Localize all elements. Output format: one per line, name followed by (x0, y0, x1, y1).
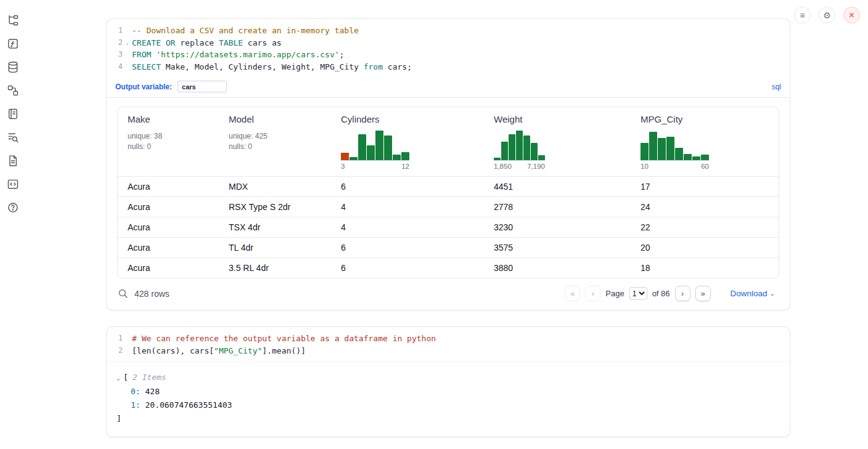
last-page-button[interactable]: » (695, 286, 711, 301)
column-stat: unique: 38 (128, 131, 219, 142)
code-snippet-icon (7, 178, 19, 190)
table-row[interactable]: AcuraTL 4dr6357520 (118, 237, 779, 257)
column-header-weight[interactable]: Weight1,8507,190 (484, 114, 631, 171)
file-tree-icon (7, 14, 19, 26)
fold-chevron-icon[interactable]: ⌄ (123, 37, 132, 49)
histogram-bar (509, 134, 515, 160)
sidebar-documentation-button[interactable] (5, 153, 20, 168)
sql-cell: 1-- Download a CSV and create an in-memo… (106, 18, 790, 310)
table-row[interactable]: AcuraTSX 4dr4323022 (118, 217, 779, 237)
code-line: 3FROM 'https://datasets.marimo.app/cars.… (107, 49, 790, 61)
gear-icon: ⚙ (823, 11, 831, 20)
fold-spacer (123, 345, 132, 357)
topbar-actions: ≡ ⚙ × (794, 7, 860, 23)
open-bracket: [ (123, 373, 128, 382)
chevron-down-icon: ⌄ (770, 290, 775, 297)
shutdown-button[interactable]: × (843, 7, 860, 23)
line-number: 1 (107, 25, 123, 37)
table-cell: Acura (118, 177, 219, 196)
code-token: cars as (243, 38, 282, 47)
column-histogram: 312 (341, 129, 409, 170)
sidebar-datasources-button[interactable] (5, 59, 20, 75)
table-row[interactable]: AcuraMDX6445117 (118, 176, 779, 196)
code-token (161, 38, 166, 47)
histogram-max-label: 60 (701, 163, 709, 170)
code-text: SELECT Make, Model, Cylinders, Weight, M… (132, 61, 412, 73)
histogram-bar (501, 142, 508, 160)
table-footer: 428 rows « ‹ Page 1 of 86 › (107, 278, 790, 310)
table-row[interactable]: Acura3.5 RL 4dr6388018 (118, 257, 779, 278)
code-text: CREATE OR replace TABLE cars as (132, 37, 282, 49)
histogram-bar (649, 132, 657, 160)
table-search-button[interactable] (118, 288, 128, 299)
table-row[interactable]: AcuraRSX Type S 2dr4277824 (118, 196, 779, 217)
code-token: FROM (132, 50, 151, 59)
settings-button[interactable]: ⚙ (819, 7, 835, 23)
page-select[interactable]: 1 (629, 287, 647, 300)
histogram-bar (641, 143, 649, 160)
download-button[interactable]: Download ⌄ (727, 288, 779, 299)
previous-page-button[interactable]: ‹ (585, 286, 600, 301)
code-token: SELECT (132, 62, 161, 71)
code-token: TABLE (219, 38, 243, 47)
code-token: # We can reference the output variable a… (132, 334, 436, 343)
data-table: Makeunique: 38nulls: 0Modelunique: 425nu… (117, 107, 779, 278)
line-number: 3 (107, 49, 123, 61)
pagination: « ‹ Page 1 of 86 › » (565, 286, 779, 301)
sidebar-variables-button[interactable] (5, 36, 20, 51)
next-page-button[interactable]: › (675, 286, 690, 301)
histogram-min-label: 3 (341, 163, 345, 170)
histogram-bar (658, 138, 666, 160)
menu-button[interactable]: ≡ (794, 7, 811, 23)
column-stat: unique: 425 (229, 131, 331, 142)
code-token: ; (340, 50, 345, 59)
sidebar-file-explorer-button[interactable] (5, 12, 20, 28)
document-icon (7, 155, 19, 167)
code-token: Make, Model, Cylinders, Weight, MPG_City (161, 62, 364, 71)
line-number: 1 (107, 333, 123, 345)
sidebar-scratchpad-button[interactable] (5, 106, 20, 121)
column-header-mpg-city[interactable]: MPG_City1060 (631, 114, 779, 171)
histogram-bar (393, 155, 401, 160)
notebook-icon (7, 108, 19, 120)
column-name: Model (229, 114, 331, 124)
chevrons-right-icon: » (700, 289, 705, 298)
first-page-button[interactable]: « (565, 286, 580, 301)
collapse-chevron-icon[interactable]: ⌄ (117, 374, 120, 381)
column-name: Make (128, 114, 219, 124)
output-entry: 1: 20.060747663551403 (117, 398, 780, 412)
output-entry-key: 0: (131, 387, 141, 396)
column-header-model[interactable]: Modelunique: 425nulls: 0 (219, 114, 331, 171)
table-cell: Acura (118, 197, 219, 217)
table-cell: 6 (331, 258, 484, 278)
column-header-make[interactable]: Makeunique: 38nulls: 0 (118, 114, 219, 171)
table-cell: 22 (631, 217, 779, 237)
table-cell: 17 (631, 177, 779, 196)
output-variable-label: Output variable: (115, 83, 172, 91)
table-cell: TL 4dr (219, 238, 331, 257)
output-entry-value: 428 (141, 387, 160, 396)
histogram-axis: 1060 (641, 160, 709, 170)
table-cell: TSX 4dr (219, 217, 331, 237)
help-icon (7, 201, 19, 214)
sidebar-dependency-graph-button[interactable] (5, 83, 20, 98)
output-entry: 0: 428 (117, 385, 780, 398)
page-total-label: of 86 (652, 289, 670, 298)
table-cell: 3230 (484, 217, 631, 237)
table-cell: 6 (331, 238, 484, 257)
histogram-bars (341, 129, 409, 160)
sidebar-snippets-button[interactable] (5, 176, 20, 192)
python-cell: 1# We can reference the output variable … (106, 326, 790, 437)
fold-spacer (123, 61, 132, 73)
chevron-right-icon: › (681, 289, 684, 298)
output-variable-input[interactable] (178, 81, 227, 92)
python-code-editor[interactable]: 1# We can reference the output variable … (107, 327, 790, 362)
sidebar-help-button[interactable] (5, 200, 20, 215)
table-cell: 4 (331, 217, 484, 237)
sidebar-logs-button[interactable] (5, 129, 20, 145)
sql-code-editor[interactable]: 1-- Download a CSV and create an in-memo… (107, 19, 790, 78)
column-stats: unique: 425nulls: 0 (229, 131, 331, 152)
column-header-cylinders[interactable]: Cylinders312 (331, 114, 484, 171)
table-cell: 3.5 RL 4dr (219, 258, 331, 278)
fold-spacer (123, 49, 132, 61)
